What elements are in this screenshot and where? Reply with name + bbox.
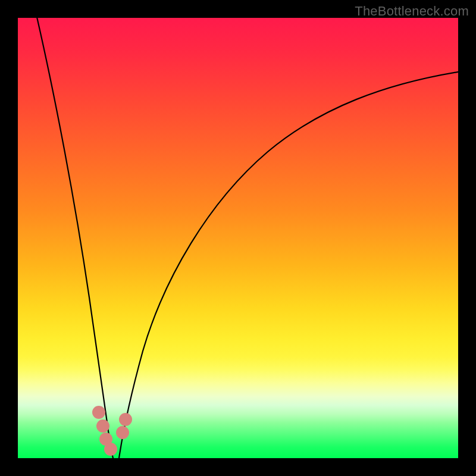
curve-layer: [18, 18, 458, 458]
plot-area: [18, 18, 458, 458]
marker-dot: [104, 443, 117, 456]
marker-dot: [116, 426, 129, 439]
left-curve: [36, 18, 113, 458]
marker-dot: [92, 406, 105, 419]
right-curve: [119, 71, 458, 458]
marker-dot: [119, 413, 132, 426]
watermark-text: TheBottleneck.com: [355, 4, 469, 19]
marker-dot: [96, 419, 109, 433]
chart-frame: TheBottleneck.com: [0, 0, 476, 476]
